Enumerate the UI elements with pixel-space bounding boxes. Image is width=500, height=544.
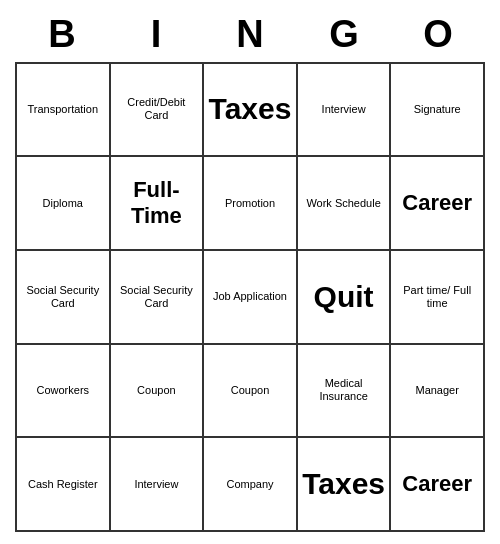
bingo-cell-10: Social Security Card: [17, 251, 111, 345]
bingo-letter-I: I: [109, 12, 203, 58]
bingo-cell-21: Interview: [111, 438, 205, 532]
bingo-cell-1: Credit/Debit Card: [111, 64, 205, 158]
cell-text-19: Manager: [415, 384, 458, 397]
bingo-grid: TransportationCredit/Debit CardTaxesInte…: [15, 62, 485, 532]
bingo-cell-19: Manager: [391, 345, 485, 439]
cell-text-3: Interview: [322, 103, 366, 116]
cell-text-8: Work Schedule: [306, 197, 380, 210]
bingo-letter-N: N: [203, 12, 297, 58]
bingo-cell-18: Medical Insurance: [298, 345, 392, 439]
bingo-cell-12: Job Application: [204, 251, 298, 345]
bingo-cell-4: Signature: [391, 64, 485, 158]
bingo-cell-9: Career: [391, 157, 485, 251]
cell-text-9: Career: [402, 190, 472, 216]
cell-text-18: Medical Insurance: [302, 377, 386, 403]
cell-text-15: Coworkers: [37, 384, 90, 397]
bingo-cell-24: Career: [391, 438, 485, 532]
bingo-cell-23: Taxes: [298, 438, 392, 532]
bingo-cell-13: Quit: [298, 251, 392, 345]
bingo-cell-15: Coworkers: [17, 345, 111, 439]
cell-text-16: Coupon: [137, 384, 176, 397]
bingo-letter-O: O: [391, 12, 485, 58]
bingo-cell-5: Diploma: [17, 157, 111, 251]
cell-text-14: Part time/ Full time: [395, 284, 479, 310]
bingo-cell-14: Part time/ Full time: [391, 251, 485, 345]
cell-text-24: Career: [402, 471, 472, 497]
cell-text-0: Transportation: [28, 103, 99, 116]
bingo-cell-22: Company: [204, 438, 298, 532]
cell-text-4: Signature: [414, 103, 461, 116]
bingo-cell-8: Work Schedule: [298, 157, 392, 251]
cell-text-21: Interview: [134, 478, 178, 491]
bingo-cell-0: Transportation: [17, 64, 111, 158]
bingo-header: BINGO: [15, 12, 485, 58]
bingo-cell-6: Full-Time: [111, 157, 205, 251]
bingo-letter-B: B: [15, 12, 109, 58]
cell-text-22: Company: [226, 478, 273, 491]
cell-text-17: Coupon: [231, 384, 270, 397]
cell-text-7: Promotion: [225, 197, 275, 210]
bingo-card: BINGO TransportationCredit/Debit CardTax…: [15, 12, 485, 532]
cell-text-12: Job Application: [213, 290, 287, 303]
bingo-cell-16: Coupon: [111, 345, 205, 439]
bingo-cell-3: Interview: [298, 64, 392, 158]
bingo-cell-20: Cash Register: [17, 438, 111, 532]
cell-text-5: Diploma: [43, 197, 83, 210]
cell-text-1: Credit/Debit Card: [115, 96, 199, 122]
bingo-cell-11: Social Security Card: [111, 251, 205, 345]
cell-text-10: Social Security Card: [21, 284, 105, 310]
bingo-cell-17: Coupon: [204, 345, 298, 439]
cell-text-2: Taxes: [209, 91, 292, 127]
cell-text-6: Full-Time: [115, 177, 199, 230]
cell-text-11: Social Security Card: [115, 284, 199, 310]
bingo-letter-G: G: [297, 12, 391, 58]
bingo-cell-7: Promotion: [204, 157, 298, 251]
cell-text-20: Cash Register: [28, 478, 98, 491]
bingo-cell-2: Taxes: [204, 64, 298, 158]
cell-text-23: Taxes: [302, 466, 385, 502]
cell-text-13: Quit: [314, 279, 374, 315]
